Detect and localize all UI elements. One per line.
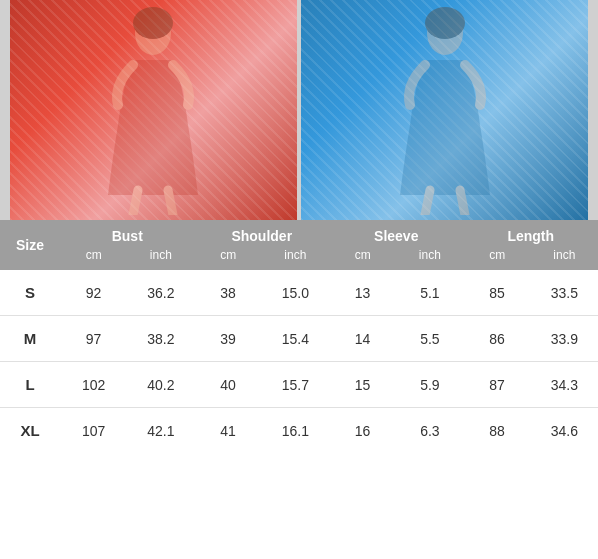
bust-cm-value: 92 [60,285,127,301]
dress-red-image [10,0,297,220]
svg-point-1 [133,7,173,39]
shoulder-group: 39 15.4 [195,330,330,347]
bust-inch-label: inch [127,248,194,262]
length-inch-value: 33.9 [531,331,598,347]
shoulder-cm-value: 39 [195,331,262,347]
bust-header: Bust cm inch [60,228,195,262]
size-cell: M [0,330,60,347]
bust-inch-value: 38.2 [127,331,194,347]
shoulder-group: 40 15.7 [195,376,330,393]
length-group: 85 33.5 [464,284,599,301]
sleeve-cm-value: 13 [329,285,396,301]
length-cm-label: cm [464,248,531,262]
length-group: 86 33.9 [464,330,599,347]
table-row: L 102 40.2 40 15.7 15 5.9 87 34.3 [0,362,598,408]
shoulder-inch-value: 15.0 [262,285,329,301]
sleeve-cm-label: cm [329,248,396,262]
length-inch-value: 33.5 [531,285,598,301]
sleeve-cm-value: 15 [329,377,396,393]
bust-inch-value: 40.2 [127,377,194,393]
shoulder-group: 38 15.0 [195,284,330,301]
sleeve-inch-value: 5.9 [396,377,463,393]
sleeve-group: 16 6.3 [329,422,464,439]
bust-cm-label: cm [60,248,127,262]
length-group: 87 34.3 [464,376,599,393]
length-inch-label: inch [531,248,598,262]
length-group: 88 34.6 [464,422,599,439]
sleeve-cm-value: 16 [329,423,396,439]
size-header: Size [0,228,60,262]
bust-cm-value: 97 [60,331,127,347]
sleeve-header: Sleeve cm inch [329,228,464,262]
length-inch-value: 34.6 [531,423,598,439]
bust-group: 92 36.2 [60,284,195,301]
length-header: Length cm inch [464,228,599,262]
table-row: M 97 38.2 39 15.4 14 5.5 86 33.9 [0,316,598,362]
shoulder-inch-value: 16.1 [262,423,329,439]
size-table: Size Bust cm inch Shoulder cm inch Sleev… [0,220,598,453]
size-cell: S [0,284,60,301]
sleeve-inch-label: inch [396,248,463,262]
sleeve-group: 15 5.9 [329,376,464,393]
length-cm-value: 85 [464,285,531,301]
size-cell: XL [0,422,60,439]
bust-group: 97 38.2 [60,330,195,347]
sleeve-inch-value: 5.5 [396,331,463,347]
length-cm-value: 88 [464,423,531,439]
length-inch-value: 34.3 [531,377,598,393]
bust-group: 107 42.1 [60,422,195,439]
shoulder-group: 41 16.1 [195,422,330,439]
bust-cm-value: 107 [60,423,127,439]
sleeve-inch-value: 5.1 [396,285,463,301]
bust-inch-value: 42.1 [127,423,194,439]
sleeve-inch-value: 6.3 [396,423,463,439]
dress-blue-image [301,0,588,220]
sleeve-group: 14 5.5 [329,330,464,347]
sleeve-cm-value: 14 [329,331,396,347]
table-body: S 92 36.2 38 15.0 13 5.1 85 33.5 M 97 38… [0,270,598,453]
bust-cm-value: 102 [60,377,127,393]
table-row: XL 107 42.1 41 16.1 16 6.3 88 34.6 [0,408,598,453]
length-cm-value: 87 [464,377,531,393]
length-cm-value: 86 [464,331,531,347]
shoulder-cm-value: 41 [195,423,262,439]
shoulder-cm-value: 38 [195,285,262,301]
shoulder-inch-label: inch [262,248,329,262]
svg-point-3 [425,7,465,39]
shoulder-header: Shoulder cm inch [195,228,330,262]
shoulder-cm-value: 40 [195,377,262,393]
table-row: S 92 36.2 38 15.0 13 5.1 85 33.5 [0,270,598,316]
sleeve-group: 13 5.1 [329,284,464,301]
bust-group: 102 40.2 [60,376,195,393]
bust-inch-value: 36.2 [127,285,194,301]
product-images [0,0,598,220]
shoulder-cm-label: cm [195,248,262,262]
shoulder-inch-value: 15.4 [262,331,329,347]
shoulder-inch-value: 15.7 [262,377,329,393]
size-cell: L [0,376,60,393]
table-header: Size Bust cm inch Shoulder cm inch Sleev… [0,220,598,270]
